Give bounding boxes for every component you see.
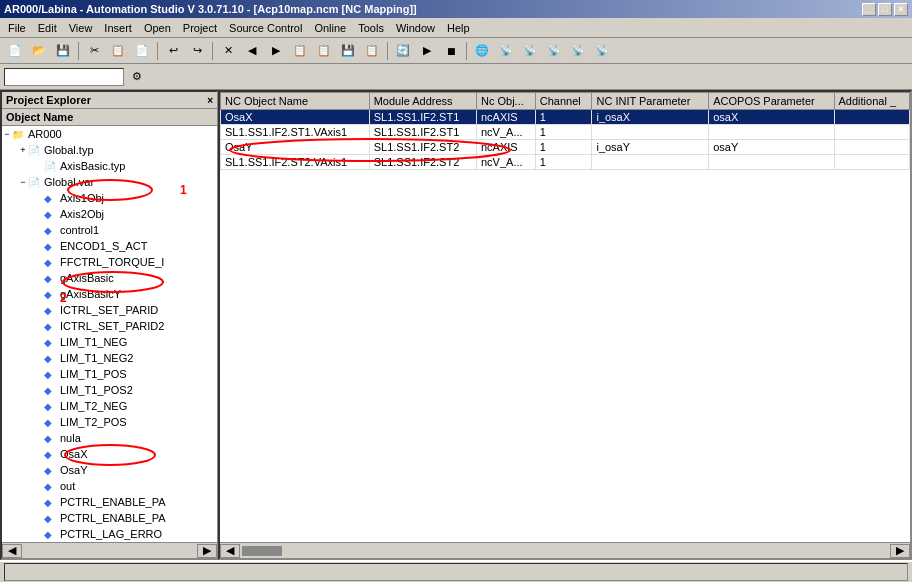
delete-button[interactable]: ✕ [217,40,239,62]
tree-item-lim-t1-neg[interactable]: ◆ LIM_T1_NEG [2,334,217,350]
stop-button[interactable]: ⏹ [440,40,462,62]
tree-item-osax[interactable]: ◆ OsaX [2,446,217,462]
toggle-global-typ[interactable]: + [18,145,28,155]
menu-open[interactable]: Open [138,20,177,36]
tree-item-axisbasic-typ[interactable]: 📄 AxisBasic.typ [2,158,217,174]
nc-scroll-thumb[interactable] [242,546,282,556]
forward-button[interactable]: ▶ [265,40,287,62]
tree-item-gaxisbasic[interactable]: ◆ gAxisBasic [2,270,217,286]
nc-table-scroll[interactable]: NC Object Name Module Address Nc Obj... … [220,92,910,542]
tree-item-global-var[interactable]: − 📄 Global.var [2,174,217,190]
menu-edit[interactable]: Edit [32,20,63,36]
menu-online[interactable]: Online [308,20,352,36]
tree-hscrollbar[interactable]: ◀ ▶ [2,542,217,558]
menu-view[interactable]: View [63,20,99,36]
new-button[interactable]: 📄 [4,40,26,62]
network5-button[interactable]: 📡 [567,40,589,62]
menu-help[interactable]: Help [441,20,476,36]
menu-window[interactable]: Window [390,20,441,36]
col-nc-init: NC INIT Parameter [592,93,709,110]
sep3 [212,42,213,60]
tree-item-gaxisbasicy[interactable]: ◆ gAxisBasicY [2,286,217,302]
tree-label-lim-t1-neg: LIM_T1_NEG [60,336,127,348]
title-bar-buttons[interactable]: _ □ × [862,3,908,16]
scroll-right-btn[interactable]: ▶ [197,544,217,558]
toolbar-go-button[interactable]: ⚙ [126,66,148,88]
back-button[interactable]: ◀ [241,40,263,62]
cell-additional-2 [834,140,909,155]
tree-label-lim-t2-neg: LIM_T2_NEG [60,400,127,412]
tree-item-lim-t2-pos[interactable]: ◆ LIM_T2_POS [2,414,217,430]
cut-button[interactable]: ✂ [83,40,105,62]
tree-item-nula[interactable]: ◆ nula [2,430,217,446]
tree-area[interactable]: − 📁 AR000 + 📄 Global.typ 📄 AxisBasic.typ [2,126,217,542]
cell-nc-object-1: SL1.SS1.IF2.ST1.VAxis1 [221,125,370,140]
tree-item-lim-t1-pos[interactable]: ◆ LIM_T1_POS [2,366,217,382]
menu-tools[interactable]: Tools [352,20,390,36]
toolbar-search-input[interactable] [4,68,124,86]
menu-file[interactable]: File [2,20,32,36]
tree-item-osay[interactable]: ◆ OsaY [2,462,217,478]
toggle-ar000[interactable]: − [2,129,12,139]
close-button[interactable]: × [894,3,908,16]
paste2-button[interactable]: 📋 [361,40,383,62]
save-button[interactable]: 💾 [52,40,74,62]
cell-channel-1: 1 [535,125,592,140]
tree-item-ar000[interactable]: − 📁 AR000 [2,126,217,142]
refresh-button[interactable]: 🔄 [392,40,414,62]
panel-close-button[interactable]: × [207,95,213,106]
table-row-vaxis2[interactable]: SL1.SS1.IF2.ST2.VAxis1 SL1.SS1.IF2.ST2 n… [221,155,910,170]
nc-scroll-right[interactable]: ▶ [890,544,910,558]
redo-button[interactable]: ↪ [186,40,208,62]
sep1 [78,42,79,60]
network1-button[interactable]: 🌐 [471,40,493,62]
tree-item-axis1obj[interactable]: ◆ Axis1Obj [2,190,217,206]
tree-label-global-typ: Global.typ [44,144,94,156]
tree-item-ictrl1[interactable]: ◆ ICTRL_SET_PARID [2,302,217,318]
tree-item-control1[interactable]: ◆ control1 [2,222,217,238]
tree-item-pctrl1[interactable]: ◆ PCTRL_ENABLE_PA [2,494,217,510]
project-explorer-title: Project Explorer [6,94,91,106]
tree-item-pctrl2[interactable]: ◆ PCTRL_ENABLE_PA [2,510,217,526]
run-button[interactable]: ▶ [416,40,438,62]
network3-button[interactable]: 📡 [519,40,541,62]
copy3-button[interactable]: 📋 [313,40,335,62]
tree-item-lim-t2-neg[interactable]: ◆ LIM_T2_NEG [2,398,217,414]
network4-button[interactable]: 📡 [543,40,565,62]
paste-button[interactable]: 📄 [131,40,153,62]
tree-item-ffctrl[interactable]: ◆ FFCTRL_TORQUE_I [2,254,217,270]
undo-button[interactable]: ↩ [162,40,184,62]
tree-label-ffctrl: FFCTRL_TORQUE_I [60,256,164,268]
cell-acopos-0: osaX [709,110,834,125]
scroll-left-btn[interactable]: ◀ [2,544,22,558]
menu-source-control[interactable]: Source Control [223,20,308,36]
maximize-button[interactable]: □ [878,3,892,16]
menu-project[interactable]: Project [177,20,223,36]
tree-item-lim-t1-pos2[interactable]: ◆ LIM_T1_POS2 [2,382,217,398]
open-button[interactable]: 📂 [28,40,50,62]
sep2 [157,42,158,60]
minimize-button[interactable]: _ [862,3,876,16]
copy-button[interactable]: 📋 [107,40,129,62]
col-acopos: ACOPOS Parameter [709,93,834,110]
tree-item-ictrl2[interactable]: ◆ ICTRL_SET_PARID2 [2,318,217,334]
toggle-global-var[interactable]: − [18,177,28,187]
network2-button[interactable]: 📡 [495,40,517,62]
table-row-osay[interactable]: OsaY SL1.SS1.IF2.ST2 ncAXIS 1 i_osaY osa… [221,140,910,155]
copy2-button[interactable]: 📋 [289,40,311,62]
table-row-osax-selected[interactable]: OsaX SL1.SS1.IF2.ST1 ncAXIS 1 i_osaX osa… [221,110,910,125]
tree-label-pctrl1: PCTRL_ENABLE_PA [60,496,166,508]
nc-scroll-left[interactable]: ◀ [220,544,240,558]
menu-insert[interactable]: Insert [98,20,138,36]
network6-button[interactable]: 📡 [591,40,613,62]
tree-label-pctrl-lag: PCTRL_LAG_ERRO [60,528,162,540]
tree-item-axis2obj[interactable]: ◆ Axis2Obj [2,206,217,222]
tree-item-encod1[interactable]: ◆ ENCOD1_S_ACT [2,238,217,254]
tree-item-pctrl-lag[interactable]: ◆ PCTRL_LAG_ERRO [2,526,217,542]
save2-button[interactable]: 💾 [337,40,359,62]
tree-item-out[interactable]: ◆ out [2,478,217,494]
nc-hscrollbar[interactable]: ◀ ▶ [220,542,910,558]
tree-item-lim-t1-neg2[interactable]: ◆ LIM_T1_NEG2 [2,350,217,366]
tree-item-global-typ[interactable]: + 📄 Global.typ [2,142,217,158]
table-row-vaxis1[interactable]: SL1.SS1.IF2.ST1.VAxis1 SL1.SS1.IF2.ST1 n… [221,125,910,140]
